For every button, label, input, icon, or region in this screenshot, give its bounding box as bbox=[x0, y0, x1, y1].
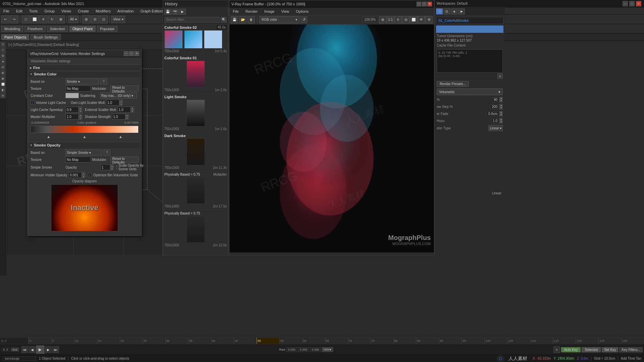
own-light-scatter-down[interactable]: ▼ bbox=[119, 103, 123, 106]
history-item-colorful-smoke-02[interactable]: Colorful Smoke 02 45.0s 750x1000 1m 5.4s bbox=[163, 24, 228, 55]
menu-tools[interactable]: Tools bbox=[26, 7, 41, 14]
fb-menu-file[interactable]: File bbox=[229, 9, 242, 14]
tick-55[interactable]: 55 bbox=[279, 338, 302, 344]
tick-20[interactable]: 20 bbox=[120, 338, 143, 344]
fb-color-dropdown[interactable]: RGB color ▾ bbox=[259, 16, 300, 23]
history-save-btn[interactable]: 💾 bbox=[164, 9, 171, 15]
sso-down[interactable]: ▼ bbox=[110, 167, 114, 170]
dialog-close[interactable]: ✕ bbox=[135, 51, 139, 56]
right-icon-2[interactable]: ⊟ bbox=[443, 8, 450, 14]
fb-menu-render[interactable]: Render bbox=[242, 9, 261, 14]
tick-45[interactable]: 45 bbox=[234, 338, 257, 344]
history-item-dark-smoke[interactable]: Dark Smoke 750x1000 2m 11.3s bbox=[163, 132, 228, 171]
fb-copy-btn[interactable]: ⎘ bbox=[394, 16, 402, 23]
mm-down[interactable]: ▼ bbox=[79, 117, 82, 120]
fb-zoom-1x[interactable]: 1:1 bbox=[387, 16, 394, 23]
fb-settings-btn[interactable]: ⚙ bbox=[425, 16, 433, 23]
dialog-minimize[interactable]: ─ bbox=[124, 51, 128, 56]
view-dropdown[interactable]: View ▾ bbox=[111, 16, 125, 23]
rs-down-1[interactable]: ▼ bbox=[499, 100, 503, 102]
section-fire[interactable]: ▶ Fire bbox=[28, 64, 141, 71]
texture-input[interactable]: No Map bbox=[65, 85, 91, 92]
rs-up-4[interactable]: ▲ bbox=[499, 118, 503, 121]
so-reset-button[interactable]: Reset to Defaults bbox=[110, 157, 139, 163]
sidebar-icon-2[interactable]: ⬡ bbox=[0, 47, 6, 53]
section-smoke-opacity-header[interactable]: ▼ Smoke Opacity bbox=[28, 142, 141, 148]
right-icon-1[interactable]: ⬡ bbox=[436, 8, 443, 14]
history-item-colorful-smoke-01[interactable]: Colorful Smoke 01 750x1000 1m 2.0s bbox=[163, 55, 228, 94]
auto-key-button[interactable]: Auto Key bbox=[561, 347, 581, 352]
constant-color-swatch[interactable] bbox=[65, 93, 79, 98]
sso-up[interactable]: ▲ bbox=[110, 164, 114, 167]
question-button-1[interactable]: ? bbox=[100, 78, 107, 84]
mode-dropdown[interactable]: All ▾ bbox=[68, 16, 78, 23]
fb-maximize[interactable]: □ bbox=[422, 2, 427, 6]
undo-button[interactable]: ↩ bbox=[1, 15, 9, 23]
tab-populate[interactable]: Populate bbox=[97, 26, 117, 32]
fb-eye-btn[interactable]: 👁 bbox=[418, 16, 425, 23]
smoke-opacity-based-on-dropdown[interactable]: Simple Smoke ▾ bbox=[65, 149, 102, 156]
tick-15[interactable]: 15 bbox=[97, 338, 120, 344]
fb-zoom-fit[interactable]: ⊞ bbox=[379, 16, 386, 23]
rs-up-3[interactable]: ▲ bbox=[499, 111, 503, 114]
dialog-maximize[interactable]: □ bbox=[129, 51, 134, 56]
tick-40[interactable]: 40 bbox=[211, 338, 234, 344]
menu-views[interactable]: Views bbox=[58, 7, 74, 14]
tick-75[interactable]: 75 bbox=[371, 338, 393, 344]
prev-frame-button[interactable]: ◀ bbox=[29, 346, 36, 353]
question-button-2[interactable]: ? bbox=[104, 149, 110, 156]
tick-125[interactable]: 125 bbox=[598, 338, 621, 344]
history-camera-btn[interactable]: 📷 bbox=[172, 9, 178, 15]
menu-edit[interactable]: Edit bbox=[13, 7, 26, 14]
fb-close[interactable]: ✕ bbox=[427, 2, 432, 6]
asset-item[interactable]: 01_ColorfulSmoke bbox=[436, 17, 503, 24]
history-item-phys-75-2[interactable]: Physically Based = 0.75 750x1000 2m 12.0… bbox=[163, 210, 228, 249]
history-item-light-smoke[interactable]: Light Smoke 750x1000 1m 1.6s bbox=[163, 94, 228, 132]
tick-100[interactable]: 100 bbox=[484, 338, 507, 344]
based-on-dropdown[interactable]: Smoke ▾ bbox=[65, 78, 99, 84]
menu-file[interactable]: File bbox=[0, 7, 13, 14]
selected-button[interactable]: Selected bbox=[582, 347, 601, 352]
color-gradient-bar[interactable] bbox=[31, 126, 139, 133]
tick-120[interactable]: 120 bbox=[576, 338, 598, 344]
close-button[interactable]: ✕ bbox=[636, 1, 641, 6]
menu-create[interactable]: Create bbox=[74, 7, 92, 14]
tab-selection[interactable]: Selection bbox=[47, 26, 68, 32]
history-search-input[interactable] bbox=[164, 17, 220, 23]
playback-mode-dropdown[interactable]: 1x1 bbox=[11, 348, 19, 352]
tick-0[interactable]: 0 bbox=[29, 338, 51, 344]
mvo-down[interactable]: ▼ bbox=[82, 175, 85, 178]
select-button[interactable]: ⬡ bbox=[22, 15, 30, 23]
menu-animation[interactable]: Animation bbox=[114, 7, 137, 14]
reset-to-defaults-button[interactable]: Reset to Defaults bbox=[110, 85, 139, 92]
right-icon-3[interactable]: ◈ bbox=[451, 8, 458, 14]
subtab-paint-objects[interactable]: Paint Objects bbox=[1, 34, 29, 40]
tick-30[interactable]: 30 bbox=[165, 338, 188, 344]
sso-input[interactable]: 1 bbox=[100, 164, 110, 170]
rs-up-2[interactable]: ▲ bbox=[499, 104, 503, 107]
scattering-dropdown[interactable]: Ray-trac... (GI only) ▾ bbox=[100, 93, 137, 99]
tick-60[interactable]: 60 bbox=[302, 338, 325, 344]
right-icon-4[interactable]: ▶ bbox=[458, 8, 465, 14]
fb-compare-btn[interactable]: ⊟ bbox=[402, 16, 410, 23]
tick-90[interactable]: 90 bbox=[439, 338, 462, 344]
eter-type-dropdown[interactable]: Linear ▾ bbox=[488, 125, 503, 131]
ss-down[interactable]: ▼ bbox=[125, 117, 129, 120]
tick-105[interactable]: 105 bbox=[507, 338, 530, 344]
menu-group[interactable]: Group bbox=[41, 7, 58, 14]
rotate-button[interactable]: ↻ bbox=[48, 15, 56, 23]
ss-up[interactable]: ▲ bbox=[125, 114, 129, 117]
subtab-brush-settings[interactable]: Brush Settings bbox=[31, 34, 61, 40]
tick-10[interactable]: 10 bbox=[74, 338, 97, 344]
fb-clear-btn[interactable]: 🗑 bbox=[248, 16, 255, 23]
sidebar-icon-1[interactable]: ⊡ bbox=[0, 42, 6, 47]
tick-50[interactable]: 50 bbox=[257, 338, 279, 344]
es-up[interactable]: ▲ bbox=[131, 107, 134, 110]
tick-115[interactable]: 115 bbox=[553, 338, 576, 344]
tick-85[interactable]: 85 bbox=[416, 338, 439, 344]
mm-up[interactable]: ▲ bbox=[79, 114, 82, 117]
mvo-up[interactable]: ▲ bbox=[82, 172, 85, 175]
expand-button[interactable]: » bbox=[497, 73, 503, 79]
minimize-button[interactable]: ─ bbox=[623, 1, 628, 6]
tick-130[interactable]: 130 bbox=[621, 338, 644, 344]
